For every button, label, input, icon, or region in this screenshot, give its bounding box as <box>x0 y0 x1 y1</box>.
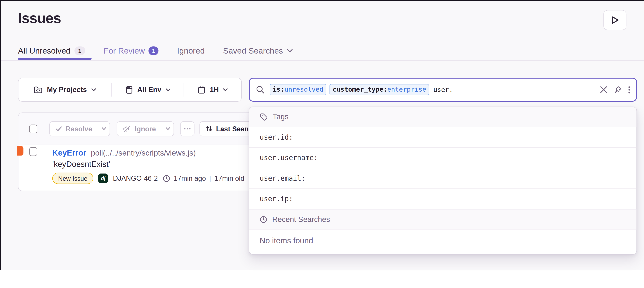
django-project-icon: dj <box>98 174 108 183</box>
environment-filter-value: All Env <box>137 86 161 94</box>
pin-icon <box>614 86 622 94</box>
search-autocomplete-dropdown: Tags user.id: user.username: user.email:… <box>249 106 637 254</box>
issue-checkbox[interactable] <box>29 147 37 156</box>
token-key: is: <box>273 86 284 94</box>
token-value: unresolved <box>284 86 324 94</box>
issue-age: 17min ago <box>174 174 206 182</box>
page-title: Issues <box>18 10 61 26</box>
tab-label: Saved Searches <box>223 46 283 56</box>
tag-suggestion-user-email[interactable]: user.email: <box>249 168 636 188</box>
environment-filter[interactable]: All Env <box>112 78 184 101</box>
tag-suggestion-user-ip[interactable]: user.ip: <box>249 189 636 209</box>
tag-suggestion-user-username[interactable]: user.username: <box>249 148 636 168</box>
tab-label: All Unresolved <box>18 46 70 56</box>
replay-play-button[interactable] <box>604 10 626 30</box>
tag-icon <box>260 113 268 121</box>
play-icon <box>611 16 619 25</box>
no-items-found-text: No items found <box>249 230 636 252</box>
more-actions-button[interactable] <box>180 121 194 136</box>
resolve-label: Resolve <box>66 125 92 133</box>
select-all-checkbox[interactable] <box>29 124 37 133</box>
search-token-customer-type[interactable]: customer_type:enterprise <box>330 84 429 95</box>
search-token-status[interactable]: is:unresolved <box>270 84 326 95</box>
recent-searches-header: Recent Searches <box>249 209 636 230</box>
tab-for-review[interactable]: For Review 1 <box>104 46 158 56</box>
token-value: enterprise <box>387 86 426 94</box>
chevron-down-icon <box>166 88 171 92</box>
issue-title-link[interactable]: KeyError <box>52 148 86 158</box>
tab-saved-searches[interactable]: Saved Searches <box>223 46 292 56</box>
time-range-filter-value: 1H <box>210 86 219 94</box>
clear-search-button[interactable] <box>600 86 607 93</box>
issue-short-id: DJANGO-46-2 <box>113 174 158 182</box>
ignore-button[interactable]: Ignore <box>117 122 162 136</box>
sort-arrows-icon <box>206 126 212 132</box>
overflow-vertical-icon <box>628 86 630 94</box>
chevron-down-icon <box>91 88 96 92</box>
tab-label: For Review <box>104 46 145 56</box>
tab-count-badge: 1 <box>148 46 158 55</box>
issue-times: 17min ago | 17min old <box>163 174 244 182</box>
error-level-bar <box>17 146 24 156</box>
search-query-text[interactable]: user. <box>433 86 453 94</box>
ignore-button-group: Ignore <box>117 121 174 136</box>
ignore-dropdown-button[interactable] <box>162 122 174 136</box>
tab-count-badge: 1 <box>74 46 85 55</box>
sort-label: Last Seen <box>216 125 249 133</box>
time-range-filter[interactable]: 1H <box>184 78 241 101</box>
ignore-label: Ignore <box>135 125 156 133</box>
tab-label: Ignored <box>177 46 204 56</box>
window-icon <box>125 86 133 94</box>
recent-searches-label: Recent Searches <box>272 215 330 224</box>
search-icon <box>256 85 264 94</box>
clock-icon <box>260 216 267 223</box>
chevron-down-icon <box>223 88 228 92</box>
ellipsis-icon <box>184 128 190 130</box>
times-separator: | <box>209 174 211 182</box>
issue-search-bar[interactable]: is:unresolved customer_type:enterprise u… <box>249 78 637 102</box>
resolve-button[interactable]: Resolve <box>50 122 98 136</box>
pin-search-button[interactable] <box>614 86 622 94</box>
sort-button[interactable]: Last Seen <box>199 121 255 136</box>
resolve-dropdown-button[interactable] <box>98 122 110 136</box>
close-icon <box>600 86 607 93</box>
issues-page: Issues All Unresolved 1 For Review 1 Ign… <box>0 0 644 288</box>
tab-all-unresolved[interactable]: All Unresolved 1 <box>18 46 85 56</box>
active-tab-underline <box>18 58 92 60</box>
folder-code-icon <box>34 86 43 94</box>
resolve-button-group: Resolve <box>50 121 110 136</box>
tag-suggestion-user-id[interactable]: user.id: <box>249 127 636 148</box>
issue-culprit: poll(../../sentry/scripts/views.js) <box>91 148 196 158</box>
tags-section-header: Tags <box>249 107 636 127</box>
tags-header-label: Tags <box>273 112 288 121</box>
search-menu-button[interactable] <box>628 86 630 94</box>
bottom-backdrop <box>0 270 644 288</box>
tab-ignored[interactable]: Ignored <box>177 46 204 56</box>
chevron-down-icon <box>287 49 292 53</box>
issue-first-seen: 17min old <box>214 174 244 182</box>
chevron-down-icon <box>102 127 106 130</box>
new-issue-badge: New Issue <box>52 173 93 184</box>
window-edge-left <box>0 0 1 270</box>
page-filter-bar: My Projects All Env <box>18 78 242 102</box>
clock-icon <box>163 175 170 182</box>
issue-tabs: All Unresolved 1 For Review 1 Ignored Sa… <box>18 46 292 56</box>
mute-icon <box>123 125 131 132</box>
checkmark-icon <box>56 126 62 131</box>
chevron-down-icon <box>166 127 170 130</box>
calendar-icon <box>197 86 206 94</box>
token-key: customer_type: <box>332 86 387 94</box>
project-filter[interactable]: My Projects <box>18 78 111 101</box>
tabs-divider <box>0 60 644 60</box>
project-filter-value: My Projects <box>47 86 87 94</box>
window-edge-top <box>0 0 644 1</box>
search-actions <box>600 86 630 94</box>
